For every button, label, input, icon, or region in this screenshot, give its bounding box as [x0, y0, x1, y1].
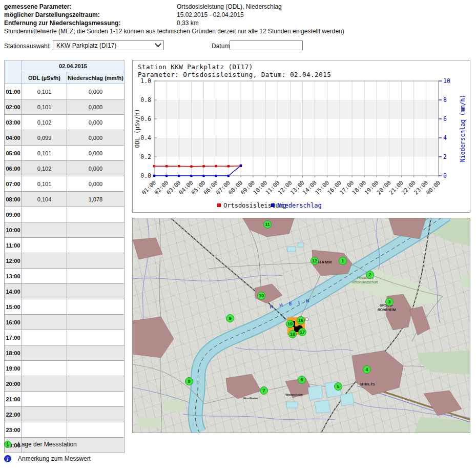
table-row: 22:00	[5, 407, 125, 422]
map-label: Rheinlandschaft	[352, 280, 378, 284]
map-marker-3[interactable]: 3	[386, 298, 394, 306]
svg-text:ODL (µSv/h): ODL (µSv/h)	[134, 109, 141, 148]
map-marker-7[interactable]: 7	[260, 387, 268, 395]
map-marker-5[interactable]: 5	[335, 383, 342, 391]
svg-text:10: 10	[259, 293, 264, 298]
cell-niederschlag: 0,000	[67, 84, 125, 99]
svg-text:6: 6	[443, 115, 447, 122]
svg-text:4: 4	[443, 134, 447, 141]
table-row: 19:00	[5, 361, 125, 376]
header-value: 0,33 km	[177, 19, 199, 27]
legend-station: 1 Lage der Messstation	[4, 441, 77, 448]
station-select-value: KKW Parkplatz (DI17)	[56, 42, 116, 49]
table-row: 18:00	[5, 345, 125, 361]
map-label: Wattenheim	[285, 393, 303, 396]
svg-text:0.2: 0.2	[140, 153, 151, 160]
map-towns	[133, 218, 462, 416]
map-label: BIBLIS	[360, 382, 375, 386]
header-label: möglicher Darstellungszeitraum:	[4, 11, 100, 18]
cell-odl: 0,104	[22, 192, 67, 207]
map-label: ROHRHEIM	[378, 308, 396, 312]
row-time: 19:00	[5, 361, 22, 376]
map-marker-8[interactable]: 8	[185, 378, 193, 385]
map-marker-1[interactable]: 1	[339, 257, 347, 265]
info-icon: i	[4, 455, 11, 462]
row-time: 18:00	[5, 345, 22, 361]
svg-text:8: 8	[443, 96, 447, 104]
station-select-label: Stationsauswahl:	[4, 43, 51, 50]
table-row: 10:00	[5, 222, 125, 238]
header-row-period: möglicher Darstellungszeitraum: 15.02.20…	[4, 11, 100, 18]
svg-text:Parameter: Ortsdosisleistung,: Parameter: Ortsdosisleistung, Datum: 02.…	[138, 71, 331, 78]
cell-niederschlag	[67, 207, 125, 222]
cell-niederschlag	[67, 299, 125, 315]
cell-odl	[22, 330, 67, 345]
row-time: 11:00	[5, 238, 22, 253]
cell-niederschlag: 0,000	[67, 130, 125, 146]
svg-text:16: 16	[298, 318, 303, 323]
header-value: 15.02.2015 - 02.04.2015	[177, 11, 244, 18]
table-row: 01:000,1010,000	[5, 84, 125, 99]
svg-text:Station KKW Parkplatz (DI17): Station KKW Parkplatz (DI17)	[138, 63, 253, 71]
map-marker-18[interactable]: 18	[289, 331, 297, 338]
table-row: 17:00	[5, 330, 125, 345]
svg-text:5: 5	[337, 384, 339, 389]
table-row: 11:00	[5, 238, 125, 253]
row-time: 13:00	[5, 269, 22, 284]
odl-chart: Station KKW Parkplatz (DI17)Parameter: O…	[132, 60, 470, 213]
row-time: 20:00	[5, 376, 22, 392]
row-time: 12:00	[5, 253, 22, 269]
station-marker-icon: 1	[4, 441, 11, 448]
header-label: gemessene Parameter:	[4, 3, 71, 10]
row-time: 14:00	[5, 284, 22, 299]
map-marker-2[interactable]: 2	[366, 271, 374, 279]
header-value: Ortsdosisleistung (ODL), Niederschlag	[177, 3, 282, 10]
table-row: 20:00	[5, 376, 125, 392]
header-label: Entfernung zur Niederschlagsmessung:	[4, 19, 120, 27]
row-time: 17:00	[5, 330, 22, 345]
svg-text:1: 1	[341, 258, 344, 263]
table-row: 16:00	[5, 315, 125, 330]
svg-text:0.6: 0.6	[140, 115, 151, 122]
row-time: 02:00	[5, 99, 22, 115]
cell-odl: 0,102	[22, 161, 67, 176]
svg-text:0.4: 0.4	[140, 134, 151, 141]
cell-odl: 0,101	[22, 99, 67, 115]
cell-odl: 0,101	[22, 146, 67, 161]
cell-niederschlag	[67, 361, 125, 376]
cell-odl	[22, 284, 67, 299]
map-marker-12[interactable]: 12	[311, 257, 319, 265]
svg-text:17: 17	[300, 330, 305, 335]
map-marker-17[interactable]: 17	[299, 329, 306, 336]
table-row: 03:000,1020,000	[5, 115, 125, 130]
map-marker-4[interactable]: 4	[363, 366, 371, 374]
map-marker-11[interactable]: 11	[264, 221, 272, 229]
date-input[interactable]	[230, 40, 303, 50]
cell-odl	[22, 361, 67, 376]
row-time: 06:00	[5, 161, 22, 176]
table-row: 06:000,1020,000	[5, 161, 125, 176]
station-select[interactable]: KKW Parkplatz (DI17)	[53, 40, 164, 50]
legend-station-label: Lage der Messstation	[18, 441, 77, 448]
row-time: 10:00	[5, 222, 22, 238]
header-note: Stundenmittelwerte (MEZ; die Sonden 1-12…	[4, 28, 344, 35]
map-marker-10[interactable]: 10	[258, 292, 265, 300]
row-time: 01:00	[5, 84, 22, 99]
cell-niederschlag	[67, 269, 125, 284]
map-marker-19[interactable]: 19	[286, 320, 294, 328]
table-corner-cell	[5, 60, 22, 84]
cell-niederschlag	[67, 407, 125, 422]
date-input-label: Datum:	[212, 43, 232, 50]
station-map: HAMMBIBLISGROSS-ROHRHEIMR H E I NHessisc…	[132, 218, 470, 433]
svg-text:8: 8	[188, 379, 190, 384]
row-time: 07:00	[5, 176, 22, 192]
table-row: 07:000,1010,000	[5, 176, 125, 192]
svg-text:9: 9	[229, 316, 231, 321]
map-marker-9[interactable]: 9	[226, 315, 234, 322]
row-time: 21:00	[5, 392, 22, 407]
cell-niederschlag	[67, 315, 125, 330]
table-row: 05:000,1010,000	[5, 146, 125, 161]
map-marker-6[interactable]: 6	[298, 376, 306, 384]
svg-text:10: 10	[443, 77, 450, 85]
map-marker-16[interactable]: 16	[297, 317, 305, 324]
